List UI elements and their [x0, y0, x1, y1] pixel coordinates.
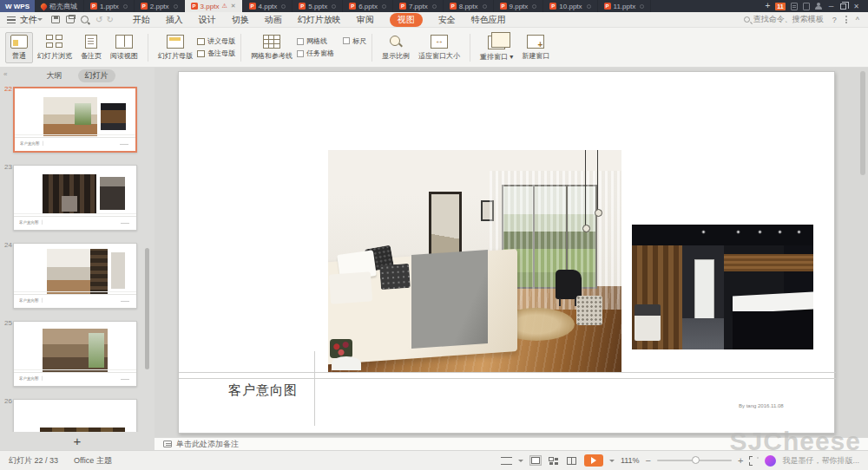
undo-icon[interactable]: ↺ [95, 15, 102, 24]
print-icon[interactable] [66, 16, 75, 23]
magnifier-icon [389, 35, 403, 49]
close-button[interactable]: ✕ [852, 3, 861, 10]
zoom-slider-knob[interactable] [692, 456, 700, 464]
bedroom-photo[interactable] [328, 150, 621, 373]
assistant-avatar-icon[interactable] [765, 455, 776, 467]
tab-1pptx[interactable]: P1.pptx [84, 0, 135, 12]
command-search[interactable]: 查找命令、搜索模板 [744, 14, 824, 25]
editor-scrollbar[interactable] [860, 71, 865, 175]
save-icon[interactable] [51, 16, 60, 23]
play-slideshow-button[interactable] [584, 454, 603, 467]
close-tab-icon[interactable]: ✕ [231, 3, 236, 10]
zoom-slider[interactable] [657, 460, 732, 461]
tab-8pptx[interactable]: P8.pptx [444, 0, 494, 12]
thumbnail-slide-26[interactable]: 26 [0, 397, 155, 432]
slide-vertical-line [314, 351, 315, 426]
divider [14, 369, 136, 370]
tab-11pptx[interactable]: P11.pptx [598, 0, 652, 12]
menu-security[interactable]: 安全 [438, 14, 456, 26]
menu-special-apps[interactable]: 特色应用 [471, 14, 506, 26]
menu-view-active[interactable]: 视图 [390, 13, 423, 27]
assistant-text[interactable]: 我是墨仔，帮你排版... [782, 455, 859, 467]
tab-3pptx-active[interactable]: P3.pptx⚠✕ [185, 0, 243, 12]
notes-display-icon[interactable] [501, 457, 512, 465]
restore-button[interactable] [840, 3, 846, 10]
hamburger-menu-icon[interactable] [7, 16, 16, 23]
fullscreen-icon[interactable] [749, 456, 759, 466]
tab-7pptx[interactable]: P7.pptx [393, 0, 444, 12]
tab-count-badge[interactable]: 11 [775, 3, 785, 10]
slide-credit-text[interactable]: By tang 2016.11.08 [739, 403, 784, 408]
notes-master-button[interactable]: 备注母版 [197, 49, 235, 58]
thumbnail-slide-24[interactable]: 24 客户意向图 [0, 241, 155, 317]
ruler-checkbox[interactable]: 标尺 [343, 36, 366, 46]
menu-slideshow[interactable]: 幻灯片放映 [298, 14, 341, 26]
status-slide-sorter-icon[interactable] [548, 455, 560, 466]
theme-name[interactable]: Office 主题 [74, 455, 112, 467]
print-preview-icon[interactable] [81, 16, 89, 23]
file-menu[interactable]: 文件 [20, 14, 37, 26]
slide-master-icon [167, 35, 184, 49]
tab-6pptx[interactable]: P6.pptx [343, 0, 393, 12]
zoom-level-text[interactable]: 111% [621, 456, 640, 465]
tab-10pptx[interactable]: P10.pptx [543, 0, 597, 12]
status-normal-view-icon[interactable] [529, 455, 542, 466]
slides-tab[interactable]: 幻灯片 [78, 69, 115, 82]
zoom-out-button[interactable]: − [646, 456, 651, 466]
zoom-in-button[interactable]: + [738, 456, 743, 466]
tab-docer-store[interactable]: 稻壳商城 [35, 0, 84, 12]
panel-scrollbar[interactable] [145, 248, 149, 369]
bathroom-photo[interactable] [632, 225, 813, 349]
tab-label: 2.pptx [150, 3, 169, 10]
more-options-icon[interactable] [845, 16, 847, 23]
minimize-button[interactable]: ─ [827, 3, 836, 10]
collapse-panel-icon[interactable]: « [3, 70, 7, 78]
notes-page-button[interactable]: 备注页 [76, 33, 106, 62]
thumbnail-slide-22[interactable]: 22 客户意向图 [0, 85, 155, 161]
thumbnail-slide-23[interactable]: 23 客户意向图 [0, 163, 155, 239]
task-pane-checkbox[interactable]: 任务窗格 [297, 49, 334, 58]
user-account-icon[interactable] [815, 3, 822, 10]
master-views-group: 幻灯片母版 讲义母版 备注母版 [154, 30, 235, 65]
fit-to-window-button[interactable]: 适应窗口大小 [414, 33, 464, 62]
gridlines-checkbox[interactable]: 网格线 [297, 36, 334, 46]
reading-view-button[interactable]: 阅读视图 [106, 33, 142, 62]
wps-logo[interactable]: W WPS [0, 0, 35, 12]
file-menu-caret-icon[interactable] [37, 18, 43, 23]
new-window-button[interactable]: 新建窗口 [517, 33, 554, 62]
menu-home[interactable]: 开始 [133, 14, 150, 26]
slide-master-button[interactable]: 幻灯片母版 [154, 33, 197, 62]
slide-canvas[interactable]: 客户意向图 By tang 2016.11.08 [178, 71, 835, 434]
menu-animations[interactable]: 动画 [265, 14, 282, 26]
tab-9pptx[interactable]: P9.pptx [494, 0, 544, 12]
document-list-icon[interactable] [791, 3, 798, 10]
arrange-windows-button[interactable]: 重排窗口 ▾ [476, 31, 517, 63]
new-tab-button[interactable]: + [765, 2, 770, 10]
notes-bar[interactable]: 单击此处添加备注 [155, 437, 868, 450]
collapse-ribbon-icon[interactable]: ^ [856, 16, 859, 24]
outline-tab[interactable]: 大纲 [40, 69, 69, 82]
slide-sorter-button[interactable]: 幻灯片浏览 [33, 33, 76, 62]
menu-transitions[interactable]: 切换 [232, 14, 249, 26]
redo-icon[interactable]: ↻ [106, 15, 113, 24]
thumbnail-preview: 客户意向图 [13, 321, 137, 387]
grid-and-guides-button[interactable]: 网格和参考线 [247, 33, 297, 62]
menu-review[interactable]: 审阅 [357, 14, 374, 26]
zoom-button[interactable]: 显示比例 [378, 33, 414, 62]
notes-display-caret-icon[interactable] [518, 460, 523, 465]
share-icon[interactable] [803, 3, 810, 10]
tab-2pptx[interactable]: P2.pptx [135, 0, 185, 12]
thumbnail-slide-25[interactable]: 25 客户意向图 [0, 319, 155, 395]
handout-master-button[interactable]: 讲义母版 [197, 36, 235, 46]
status-reading-view-icon[interactable] [566, 455, 578, 466]
menu-insert[interactable]: 插入 [166, 14, 183, 26]
tab-4pptx[interactable]: P4.pptx [243, 0, 293, 12]
divider [15, 137, 135, 138]
help-icon[interactable]: ? [832, 16, 837, 24]
normal-view-button[interactable]: 普通 [5, 32, 33, 63]
slide-title-text[interactable]: 客户意向图 [228, 382, 298, 399]
tab-5pptx[interactable]: P5.pptx [293, 0, 343, 12]
menu-design[interactable]: 设计 [199, 14, 216, 26]
play-options-caret-icon[interactable] [609, 460, 615, 465]
new-slide-button[interactable]: + [0, 432, 155, 450]
